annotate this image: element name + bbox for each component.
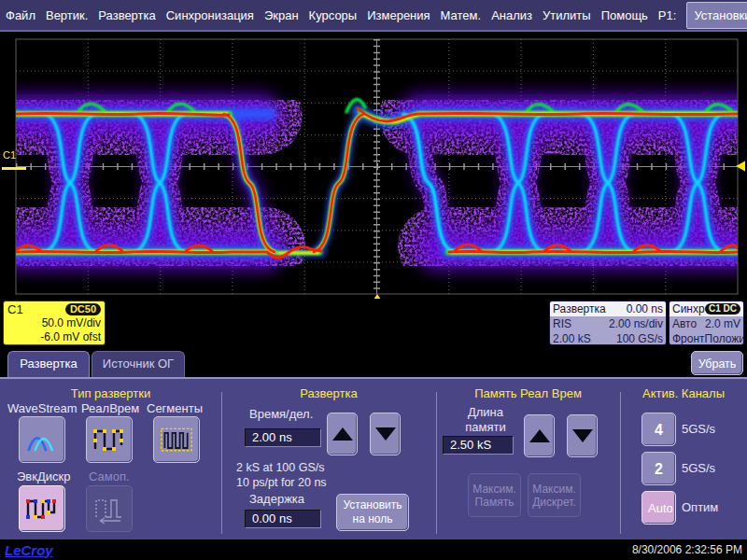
tab-clock-source[interactable]: Источник ОГ — [92, 351, 185, 377]
timebase-descriptor[interactable]: Развертка 0.00 ns RIS 2.00 ns/div 2.00 k… — [549, 301, 667, 345]
coupling-badge: DC50 — [65, 303, 101, 315]
realtime-label: РеалВрем — [81, 401, 139, 415]
menu-analysis[interactable]: Анализ — [491, 8, 532, 22]
trigger-mode: Авто — [672, 316, 697, 331]
max-memory-button[interactable]: Максим. Память — [468, 473, 521, 517]
menu-cursors[interactable]: Курсоры — [309, 8, 358, 22]
lecroy-logo: LeCroy — [5, 542, 53, 558]
sampling-section-title: Тип развертки — [0, 386, 221, 400]
menu-measure[interactable]: Измерения — [367, 8, 430, 22]
menu-help[interactable]: Помощь — [601, 8, 648, 22]
timebase-delay: 0.00 ns — [627, 302, 663, 315]
setup-button[interactable]: Установки — [686, 2, 747, 29]
menu-timebase[interactable]: Развертка — [98, 8, 155, 22]
set-zero-button[interactable]: Установить на ноль — [336, 494, 409, 531]
channels-4-rate: 5GS/s — [682, 422, 715, 436]
channels-auto-mode: Оптим — [682, 500, 718, 514]
oscilloscope-screen: Файл Вертик. Развертка Синхронизация Экр… — [0, 0, 747, 560]
menu-vertical[interactable]: Вертик. — [46, 8, 88, 22]
trigger-title: Синхрониз — [672, 302, 705, 315]
trigger-slope: Положит — [705, 331, 744, 345]
sampling-info-line2: 10 ps/pt for 20 ns — [236, 476, 327, 489]
memory-decrease-button[interactable] — [567, 414, 598, 457]
timebase-samples: 2.00 kS — [553, 331, 591, 345]
menu-p1-label: Р1: — [658, 8, 677, 22]
max-sample-rate-button[interactable]: Максим. Дискрет. — [528, 473, 581, 517]
segments-icon — [160, 424, 193, 455]
dialog-tab-bar: Развертка Источник ОГ Убрать — [0, 349, 747, 377]
timebase-title: Развертка — [553, 302, 606, 315]
time-div-decrease-button[interactable] — [370, 413, 401, 455]
trigger-descriptor[interactable]: Синхрониз C1 DC Авто 2.0 mV Фронт Положи… — [669, 301, 744, 345]
roll-icon — [92, 493, 126, 525]
channels-2-rate: 5GS/s — [682, 461, 715, 475]
eye-diagram: C1 — [0, 34, 747, 299]
eqdiscr-icon — [25, 493, 59, 525]
waveform-display: C1 — [0, 34, 747, 299]
wavestream-label: WaveStream — [7, 401, 78, 415]
channels-auto-button[interactable]: Auto — [641, 491, 676, 525]
channel-offset: -6.0 mV ofst — [7, 330, 101, 344]
down-arrow-icon — [572, 429, 593, 442]
tab-timebase[interactable]: Развертка — [7, 351, 90, 377]
channels-section-title: Актив. Каналы — [620, 386, 747, 400]
memory-section-title: Память Реал Врем — [436, 386, 620, 400]
eqdiscr-label: ЭвкДискр — [17, 469, 70, 483]
menu-trigger[interactable]: Синхронизация — [166, 8, 254, 22]
trigger-level: 2.0 mV — [705, 316, 740, 331]
menu-bar: Файл Вертик. Развертка Синхронизация Экр… — [0, 0, 747, 32]
up-arrow-icon — [332, 427, 353, 441]
memory-length-label: Длина памяти — [453, 405, 518, 435]
status-bar: LeCroy 8/30/2006 2:32:56 PM — [0, 539, 747, 560]
wavestream-mode-button[interactable] — [19, 416, 65, 463]
delay-label: Задержка — [249, 492, 304, 506]
menu-math[interactable]: Матем. — [441, 8, 482, 22]
sampling-info-line1: 2 kS at 100 GS/s — [236, 461, 325, 474]
segments-label: Сегменты — [147, 401, 203, 415]
timebase-rate: 100 GS/s — [616, 331, 663, 345]
section-divider — [620, 392, 621, 534]
down-arrow-icon — [375, 427, 396, 441]
segments-mode-button[interactable] — [153, 416, 200, 463]
time-div-label: Время/дел. — [249, 407, 313, 421]
menu-file[interactable]: Файл — [6, 8, 35, 22]
time-div-field[interactable]: 2.00 ns — [245, 428, 321, 447]
up-arrow-icon — [529, 429, 550, 442]
timebase-dialog: Тип развертки WaveStream РеалВрем Сегмен… — [0, 377, 747, 539]
roll-mode-button[interactable] — [86, 485, 133, 532]
close-dialog-button[interactable]: Убрать — [691, 351, 743, 375]
channel-descriptor-c1[interactable]: C1 DC50 50.0 mV/div -6.0 mV ofst — [3, 301, 106, 345]
wavestream-icon — [25, 423, 59, 456]
section-divider — [436, 392, 437, 534]
realtime-icon — [92, 424, 126, 455]
time-div-increase-button[interactable] — [327, 413, 358, 455]
memory-increase-button[interactable] — [524, 414, 555, 457]
menu-utilities[interactable]: Утилиты — [543, 8, 591, 22]
timebase-section-title: Развертка — [221, 386, 436, 400]
trigger-source-badge: C1 DC — [705, 303, 740, 315]
section-divider — [221, 392, 222, 534]
memory-length-field[interactable]: 2.50 kS — [443, 436, 514, 455]
realtime-mode-button[interactable] — [86, 416, 133, 463]
eqdiscr-mode-button[interactable] — [19, 485, 65, 532]
datetime: 8/30/2006 2:32:56 PM — [632, 543, 742, 556]
timebase-mode: RIS — [553, 316, 571, 331]
trigger-type: Фронт — [672, 331, 705, 345]
timebase-per-div: 2.00 ns/div — [609, 316, 663, 331]
channel-name: C1 — [7, 302, 23, 316]
menu-display[interactable]: Экран — [264, 8, 299, 22]
channels-4-button[interactable]: 4 — [641, 413, 676, 446]
channels-2-button[interactable]: 2 — [641, 452, 676, 485]
descriptor-row: C1 DC50 50.0 mV/div -6.0 mV ofst Разверт… — [0, 299, 747, 349]
roll-label: Самоп. — [89, 469, 130, 483]
channel-offset-marker[interactable] — [2, 167, 26, 170]
channel-marker-label: C1 — [3, 149, 16, 161]
channel-scale: 50.0 mV/div — [7, 316, 101, 330]
delay-field[interactable]: 0.00 ns — [245, 510, 321, 528]
